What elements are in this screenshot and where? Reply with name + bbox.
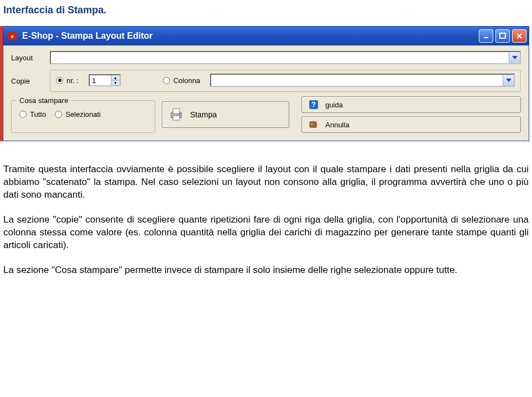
- window-outer: e E-Shop - Stampa Layout Editor: [0, 26, 532, 141]
- selezionati-radio[interactable]: Selezionati: [55, 110, 101, 118]
- nr-spinbox[interactable]: 1 ▲ ▼: [89, 74, 121, 86]
- svg-text:e: e: [11, 34, 13, 39]
- window-controls: [479, 29, 526, 43]
- colonna-radio-label: Colonna: [173, 76, 200, 85]
- svg-point-11: [179, 114, 180, 115]
- svg-rect-2: [484, 37, 488, 38]
- stampa-button-wrap: Stampa: [162, 96, 295, 133]
- paragraph-3: La sezione "Cosa stampare" permette inve…: [3, 264, 529, 277]
- chevron-down-icon[interactable]: [503, 75, 514, 86]
- titlebar: e E-Shop - Stampa Layout Editor: [3, 27, 529, 45]
- svg-marker-7: [506, 79, 511, 82]
- svg-rect-9: [173, 109, 180, 114]
- stampa-button-label: Stampa: [190, 110, 217, 119]
- colonna-combobox[interactable]: [210, 74, 515, 87]
- nr-radio[interactable]: nr. :: [56, 76, 79, 85]
- maximize-button[interactable]: [495, 29, 510, 43]
- cosa-stampare-legend: Cosa stampare: [17, 96, 70, 105]
- client-area: Layout Copie nr. :: [3, 45, 529, 141]
- nr-radio-label: nr. :: [66, 76, 79, 85]
- guida-button-label: guida: [325, 101, 343, 109]
- tutto-radio-label: Tutto: [30, 110, 46, 118]
- window-title: E-Shop - Stampa Layout Editor: [22, 31, 479, 41]
- back-icon: [308, 118, 320, 131]
- cosa-stampare-group: Cosa stampare Tutto Selezionati: [11, 96, 155, 133]
- tutto-radio[interactable]: Tutto: [19, 110, 46, 118]
- copie-label: Copie: [11, 77, 44, 85]
- paragraph-1: Tramite questa interfaccia ovviamente è …: [3, 163, 529, 202]
- spin-down-icon[interactable]: ▼: [111, 81, 120, 86]
- window: e E-Shop - Stampa Layout Editor: [3, 26, 529, 141]
- guida-button[interactable]: ? guida: [301, 96, 521, 113]
- close-button[interactable]: [512, 29, 526, 43]
- printer-icon: [168, 106, 185, 123]
- copie-row: Copie nr. : 1 ▲ ▼: [11, 70, 521, 92]
- bottom-area: Cosa stampare Tutto Selezionati: [11, 96, 521, 133]
- stampa-button[interactable]: Stampa: [162, 101, 289, 128]
- nr-spinbox-value: 1: [90, 76, 111, 85]
- svg-text:?: ?: [311, 100, 316, 109]
- radio-icon: [56, 77, 63, 84]
- radio-icon: [163, 77, 170, 84]
- right-buttons: ? guida Annu: [301, 96, 521, 133]
- svg-rect-3: [500, 33, 505, 38]
- selezionati-radio-label: Selezionati: [65, 110, 101, 118]
- paragraph-2: La sezione "copie" consente di scegliere…: [3, 214, 529, 252]
- radio-icon: [19, 111, 27, 118]
- copie-group: nr. : 1 ▲ ▼ Colonna: [50, 70, 521, 92]
- layout-row: Layout: [11, 51, 521, 64]
- app-icon: e: [7, 30, 18, 42]
- annulla-button-label: Annulla: [325, 121, 349, 129]
- minimize-button[interactable]: [479, 29, 493, 43]
- layout-label: Layout: [11, 54, 44, 62]
- page-title: Interfaccia di Stampa.: [3, 4, 532, 16]
- layout-combobox[interactable]: [50, 51, 521, 64]
- spin-up-icon[interactable]: ▲: [111, 75, 120, 81]
- radio-icon: [55, 111, 62, 118]
- annulla-button[interactable]: Annulla: [301, 116, 521, 133]
- svg-marker-6: [512, 56, 518, 59]
- svg-rect-10: [173, 116, 180, 120]
- colonna-radio[interactable]: Colonna: [163, 76, 200, 85]
- chevron-down-icon[interactable]: [509, 52, 520, 63]
- help-icon: ?: [308, 99, 320, 111]
